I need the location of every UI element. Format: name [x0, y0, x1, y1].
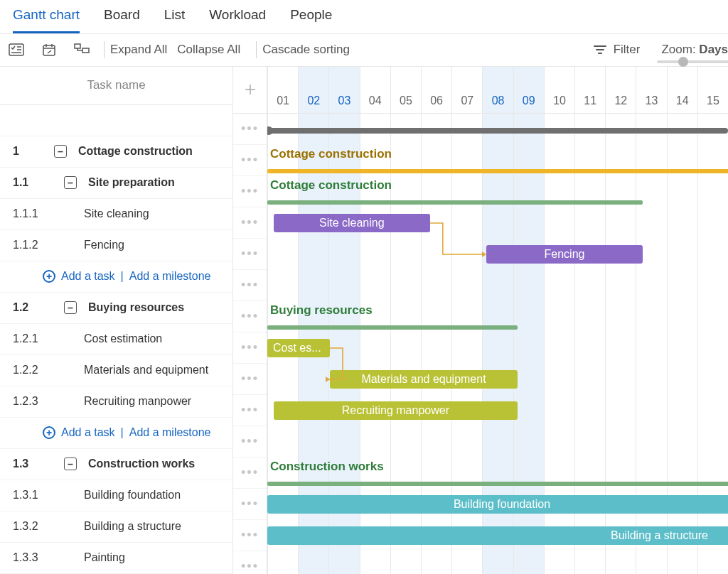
- gantt-row: Recruiting manpower: [267, 395, 728, 426]
- group-label: Cottage construction: [270, 178, 392, 194]
- task-row-1.3.1[interactable]: 1.3.1 Building foundation: [0, 480, 232, 511]
- day-05[interactable]: 05: [390, 67, 421, 113]
- checklist-icon[interactable]: [7, 42, 26, 58]
- gantt-row: Building foundation: [267, 489, 728, 520]
- task-row-1.1.2[interactable]: 1.1.2 Fencing: [0, 230, 232, 261]
- task-bar[interactable]: Site cleaning: [274, 214, 430, 232]
- tab-workload[interactable]: Workload: [209, 6, 266, 33]
- cascade-sorting-button[interactable]: Cascade sorting: [262, 42, 350, 58]
- wbs-icon[interactable]: [73, 42, 91, 58]
- add-milestone-link[interactable]: Add a milestone: [129, 269, 211, 284]
- row-menu[interactable]: •••: [233, 176, 267, 207]
- task-number: 1.1.1: [13, 206, 84, 222]
- row-menu[interactable]: •••: [233, 332, 267, 364]
- group-bar[interactable]: [267, 169, 728, 173]
- task-name: Materials and equipment: [84, 362, 208, 378]
- day-09[interactable]: 09: [513, 67, 544, 113]
- task-number: 1.1: [13, 175, 64, 190]
- add-task-link[interactable]: Add a task: [61, 269, 115, 284]
- task-row-1.2.1[interactable]: 1.2.1 Cost estimation: [0, 324, 232, 355]
- day-15[interactable]: 15: [697, 67, 728, 113]
- collapse-toggle[interactable]: –: [64, 457, 77, 470]
- collapse-toggle[interactable]: –: [64, 176, 77, 189]
- gantt-row: Building a structure: [267, 520, 728, 551]
- task-row-1.2.2[interactable]: 1.2.2 Materials and equipment: [0, 355, 232, 386]
- task-bar[interactable]: Cost es...: [267, 339, 330, 357]
- divider: [256, 41, 257, 58]
- filter-button[interactable]: Filter: [594, 42, 641, 58]
- add-column-button[interactable]: [233, 67, 267, 114]
- collapse-toggle[interactable]: –: [64, 301, 77, 314]
- toolbar: Expand All Collapse All Cascade sorting …: [0, 34, 728, 67]
- task-number: 1.2.1: [13, 331, 84, 347]
- task-bar[interactable]: Building a structure: [267, 526, 728, 545]
- task-name-header[interactable]: Task name: [0, 67, 232, 105]
- day-08[interactable]: 08: [482, 67, 513, 113]
- day-06[interactable]: 06: [421, 67, 451, 113]
- day-07[interactable]: 07: [451, 67, 482, 113]
- day-13[interactable]: 13: [636, 67, 666, 113]
- zoom-slider[interactable]: [657, 60, 728, 63]
- task-number: 1.2.2: [13, 362, 84, 378]
- task-row-1.3.2[interactable]: 1.3.2 Building a structure: [0, 511, 232, 543]
- tab-board[interactable]: Board: [104, 6, 140, 33]
- timeline-ruler[interactable]: 010203040506070809101112131415: [267, 67, 728, 114]
- row-menu[interactable]: •••: [233, 114, 267, 145]
- add-task-link[interactable]: Add a task: [61, 425, 115, 440]
- group-bar[interactable]: [267, 325, 518, 330]
- row-menu[interactable]: •••: [233, 489, 267, 520]
- row-menu[interactable]: •••: [233, 551, 267, 574]
- task-number: 1.3.3: [13, 550, 84, 565]
- gantt-area: 010203040506070809101112131415 Cottage c…: [267, 67, 728, 574]
- timeline-scrubber[interactable]: [267, 128, 728, 134]
- tab-gantt-chart[interactable]: Gantt chart: [13, 6, 80, 33]
- day-14[interactable]: 14: [667, 67, 697, 113]
- task-bar[interactable]: Building foundation: [267, 495, 728, 514]
- day-11[interactable]: 11: [574, 67, 605, 113]
- task-name: Building foundation: [84, 487, 181, 503]
- task-row-1.3.3[interactable]: 1.3.3 Painting: [0, 543, 232, 574]
- calendar-icon[interactable]: [40, 42, 58, 58]
- day-10[interactable]: 10: [544, 67, 574, 113]
- day-12[interactable]: 12: [605, 67, 636, 113]
- row-menu[interactable]: •••: [233, 207, 267, 239]
- group-bar[interactable]: [267, 200, 643, 205]
- collapse-toggle[interactable]: –: [54, 145, 67, 158]
- day-03[interactable]: 03: [328, 67, 359, 113]
- row-menu[interactable]: •••: [233, 239, 267, 270]
- task-row-1.2.3[interactable]: 1.2.3 Recruiting manpower: [0, 386, 232, 418]
- group-label: Cottage construction: [270, 146, 392, 163]
- day-01[interactable]: 01: [267, 67, 298, 113]
- row-menu[interactable]: •••: [233, 395, 267, 426]
- divider: [104, 41, 105, 58]
- row-menu[interactable]: •••: [233, 364, 267, 395]
- task-row-1.1[interactable]: 1.1 – Site preparation: [0, 168, 232, 199]
- tab-people[interactable]: People: [290, 6, 332, 33]
- task-row-1.1.1[interactable]: 1.1.1 Site cleaning: [0, 199, 232, 230]
- task-row-1[interactable]: 1 – Cottage construction: [0, 136, 232, 168]
- row-menu[interactable]: •••: [233, 426, 267, 457]
- row-menu[interactable]: •••: [233, 270, 267, 301]
- tab-list[interactable]: List: [164, 6, 186, 33]
- day-02[interactable]: 02: [298, 67, 328, 113]
- task-number: 1.2: [13, 300, 64, 315]
- expand-all-button[interactable]: Expand All: [110, 42, 167, 58]
- collapse-all-button[interactable]: Collapse All: [177, 42, 240, 58]
- task-bar[interactable]: Recruiting manpower: [274, 401, 518, 420]
- task-bar[interactable]: Fencing: [486, 245, 643, 264]
- row-menu[interactable]: •••: [233, 145, 267, 176]
- task-row-1.3[interactable]: 1.3 – Construction works: [0, 449, 232, 480]
- task-row-1.2[interactable]: 1.2 – Buying resources: [0, 293, 232, 324]
- gantt-row: [267, 270, 728, 301]
- zoom-control[interactable]: Zoom: Days: [661, 42, 728, 58]
- task-tree: Task name 1 – Cottage construction 1.1 –…: [0, 67, 233, 574]
- group-bar[interactable]: [267, 482, 728, 486]
- row-menu[interactable]: •••: [233, 520, 267, 551]
- row-menu[interactable]: •••: [233, 301, 267, 332]
- add-milestone-link[interactable]: Add a milestone: [129, 425, 211, 440]
- day-04[interactable]: 04: [360, 67, 390, 113]
- task-bar[interactable]: Materials and equipment: [330, 370, 518, 389]
- task-name: Construction works: [88, 456, 195, 472]
- row-menu[interactable]: •••: [233, 457, 267, 489]
- task-number: 1: [13, 144, 54, 159]
